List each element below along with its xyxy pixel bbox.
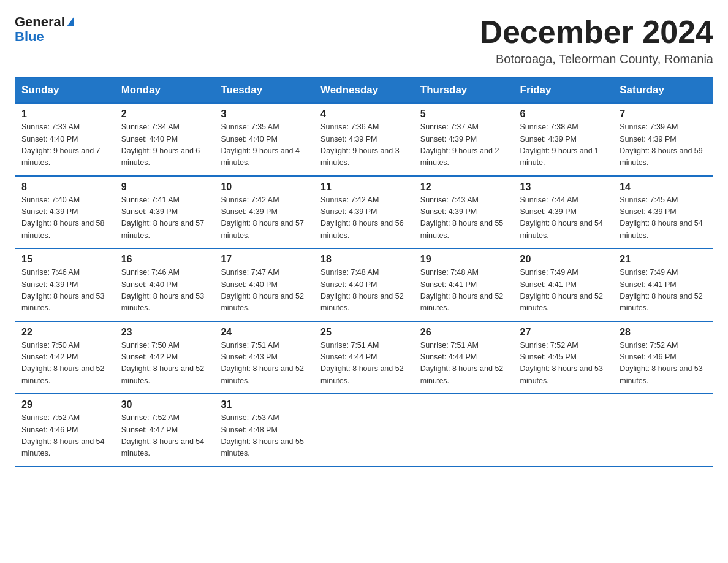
day-info: Sunrise: 7:41 AMSunset: 4:39 PMDaylight:… — [121, 196, 205, 240]
logo-general-text: General — [15, 15, 65, 29]
day-info: Sunrise: 7:37 AMSunset: 4:39 PMDaylight:… — [420, 123, 499, 167]
day-number: 27 — [520, 327, 607, 338]
day-number: 2 — [121, 109, 208, 120]
day-number: 29 — [21, 399, 108, 410]
day-info: Sunrise: 7:53 AMSunset: 4:48 PMDaylight:… — [221, 413, 304, 458]
day-info: Sunrise: 7:42 AMSunset: 4:39 PMDaylight:… — [221, 196, 304, 240]
calendar-cell — [414, 394, 514, 467]
day-number: 5 — [420, 109, 507, 120]
day-info: Sunrise: 7:52 AMSunset: 4:45 PMDaylight:… — [520, 341, 604, 385]
calendar-cell: 5 Sunrise: 7:37 AMSunset: 4:39 PMDayligh… — [414, 103, 514, 176]
day-info: Sunrise: 7:43 AMSunset: 4:39 PMDaylight:… — [420, 196, 504, 240]
calendar-cell: 13 Sunrise: 7:44 AMSunset: 4:39 PMDaylig… — [514, 176, 613, 249]
calendar-cell: 31 Sunrise: 7:53 AMSunset: 4:48 PMDaylig… — [214, 394, 314, 467]
day-info: Sunrise: 7:48 AMSunset: 4:41 PMDaylight:… — [420, 268, 504, 312]
day-info: Sunrise: 7:51 AMSunset: 4:43 PMDaylight:… — [221, 341, 304, 385]
weekday-header-thursday: Thursday — [414, 78, 514, 104]
day-info: Sunrise: 7:34 AMSunset: 4:40 PMDaylight:… — [121, 123, 200, 167]
day-info: Sunrise: 7:33 AMSunset: 4:40 PMDaylight:… — [21, 123, 100, 167]
calendar-cell: 1 Sunrise: 7:33 AMSunset: 4:40 PMDayligh… — [15, 103, 115, 176]
title-block: December 2024 Botoroaga, Teleorman Count… — [479, 15, 713, 66]
calendar-cell: 28 Sunrise: 7:52 AMSunset: 4:46 PMDaylig… — [613, 321, 713, 394]
calendar-cell: 3 Sunrise: 7:35 AMSunset: 4:40 PMDayligh… — [214, 103, 314, 176]
day-number: 30 — [121, 399, 208, 410]
calendar-week-row: 15 Sunrise: 7:46 AMSunset: 4:39 PMDaylig… — [15, 248, 713, 321]
day-info: Sunrise: 7:47 AMSunset: 4:40 PMDaylight:… — [221, 268, 304, 312]
day-info: Sunrise: 7:35 AMSunset: 4:40 PMDaylight:… — [221, 123, 300, 167]
calendar-cell: 21 Sunrise: 7:49 AMSunset: 4:41 PMDaylig… — [613, 248, 713, 321]
calendar-cell: 26 Sunrise: 7:51 AMSunset: 4:44 PMDaylig… — [414, 321, 514, 394]
day-info: Sunrise: 7:51 AMSunset: 4:44 PMDaylight:… — [320, 341, 404, 385]
calendar-cell: 23 Sunrise: 7:50 AMSunset: 4:42 PMDaylig… — [115, 321, 214, 394]
calendar-cell: 20 Sunrise: 7:49 AMSunset: 4:41 PMDaylig… — [514, 248, 613, 321]
day-number: 22 — [21, 327, 108, 338]
day-number: 31 — [221, 399, 308, 410]
day-info: Sunrise: 7:46 AMSunset: 4:39 PMDaylight:… — [21, 268, 105, 312]
day-number: 24 — [221, 327, 308, 338]
day-number: 25 — [320, 327, 408, 338]
calendar-cell: 2 Sunrise: 7:34 AMSunset: 4:40 PMDayligh… — [115, 103, 214, 176]
day-number: 3 — [221, 109, 308, 120]
day-info: Sunrise: 7:40 AMSunset: 4:39 PMDaylight:… — [21, 196, 105, 240]
day-number: 17 — [221, 254, 308, 265]
calendar-cell: 11 Sunrise: 7:42 AMSunset: 4:39 PMDaylig… — [314, 176, 414, 249]
day-info: Sunrise: 7:44 AMSunset: 4:39 PMDaylight:… — [520, 196, 604, 240]
calendar-table: SundayMondayTuesdayWednesdayThursdayFrid… — [15, 77, 713, 467]
month-title: December 2024 — [479, 15, 713, 50]
day-info: Sunrise: 7:49 AMSunset: 4:41 PMDaylight:… — [520, 268, 604, 312]
calendar-week-row: 22 Sunrise: 7:50 AMSunset: 4:42 PMDaylig… — [15, 321, 713, 394]
calendar-cell: 27 Sunrise: 7:52 AMSunset: 4:45 PMDaylig… — [514, 321, 613, 394]
calendar-cell: 8 Sunrise: 7:40 AMSunset: 4:39 PMDayligh… — [15, 176, 115, 249]
day-number: 12 — [420, 182, 507, 193]
calendar-cell: 18 Sunrise: 7:48 AMSunset: 4:40 PMDaylig… — [314, 248, 414, 321]
calendar-week-row: 8 Sunrise: 7:40 AMSunset: 4:39 PMDayligh… — [15, 176, 713, 249]
location-title: Botoroaga, Teleorman County, Romania — [479, 52, 713, 66]
day-info: Sunrise: 7:39 AMSunset: 4:39 PMDaylight:… — [620, 123, 703, 167]
day-number: 8 — [21, 182, 108, 193]
weekday-header-sunday: Sunday — [15, 78, 115, 104]
day-info: Sunrise: 7:52 AMSunset: 4:46 PMDaylight:… — [21, 413, 105, 458]
calendar-cell: 6 Sunrise: 7:38 AMSunset: 4:39 PMDayligh… — [514, 103, 613, 176]
calendar-cell: 22 Sunrise: 7:50 AMSunset: 4:42 PMDaylig… — [15, 321, 115, 394]
calendar-week-row: 29 Sunrise: 7:52 AMSunset: 4:46 PMDaylig… — [15, 394, 713, 467]
day-number: 13 — [520, 182, 607, 193]
calendar-cell: 19 Sunrise: 7:48 AMSunset: 4:41 PMDaylig… — [414, 248, 514, 321]
calendar-cell: 29 Sunrise: 7:52 AMSunset: 4:46 PMDaylig… — [15, 394, 115, 467]
day-number: 19 — [420, 254, 507, 265]
calendar-week-row: 1 Sunrise: 7:33 AMSunset: 4:40 PMDayligh… — [15, 103, 713, 176]
weekday-header-tuesday: Tuesday — [214, 78, 314, 104]
day-number: 16 — [121, 254, 208, 265]
day-info: Sunrise: 7:50 AMSunset: 4:42 PMDaylight:… — [21, 341, 105, 385]
day-number: 18 — [320, 254, 408, 265]
day-info: Sunrise: 7:49 AMSunset: 4:41 PMDaylight:… — [620, 268, 703, 312]
calendar-cell: 17 Sunrise: 7:47 AMSunset: 4:40 PMDaylig… — [214, 248, 314, 321]
weekday-header-monday: Monday — [115, 78, 214, 104]
calendar-cell: 16 Sunrise: 7:46 AMSunset: 4:40 PMDaylig… — [115, 248, 214, 321]
day-info: Sunrise: 7:50 AMSunset: 4:42 PMDaylight:… — [121, 341, 205, 385]
weekday-header-saturday: Saturday — [613, 78, 713, 104]
calendar-cell: 25 Sunrise: 7:51 AMSunset: 4:44 PMDaylig… — [314, 321, 414, 394]
day-number: 10 — [221, 182, 308, 193]
logo-blue-text: Blue — [15, 29, 44, 44]
day-number: 21 — [620, 254, 707, 265]
day-info: Sunrise: 7:45 AMSunset: 4:39 PMDaylight:… — [620, 196, 703, 240]
day-info: Sunrise: 7:46 AMSunset: 4:40 PMDaylight:… — [121, 268, 205, 312]
calendar-cell: 7 Sunrise: 7:39 AMSunset: 4:39 PMDayligh… — [613, 103, 713, 176]
day-number: 11 — [320, 182, 408, 193]
day-number: 23 — [121, 327, 208, 338]
calendar-cell: 12 Sunrise: 7:43 AMSunset: 4:39 PMDaylig… — [414, 176, 514, 249]
day-number: 1 — [21, 109, 108, 120]
weekday-header-friday: Friday — [514, 78, 613, 104]
calendar-cell: 14 Sunrise: 7:45 AMSunset: 4:39 PMDaylig… — [613, 176, 713, 249]
calendar-cell — [314, 394, 414, 467]
calendar-cell: 9 Sunrise: 7:41 AMSunset: 4:39 PMDayligh… — [115, 176, 214, 249]
day-number: 14 — [620, 182, 707, 193]
logo-triangle-icon — [67, 17, 74, 26]
day-number: 6 — [520, 109, 607, 120]
page-header: General Blue December 2024 Botoroaga, Te… — [15, 15, 713, 66]
day-info: Sunrise: 7:48 AMSunset: 4:40 PMDaylight:… — [320, 268, 404, 312]
weekday-header-row: SundayMondayTuesdayWednesdayThursdayFrid… — [15, 78, 713, 104]
day-info: Sunrise: 7:38 AMSunset: 4:39 PMDaylight:… — [520, 123, 599, 167]
day-info: Sunrise: 7:42 AMSunset: 4:39 PMDaylight:… — [320, 196, 404, 240]
day-number: 15 — [21, 254, 108, 265]
